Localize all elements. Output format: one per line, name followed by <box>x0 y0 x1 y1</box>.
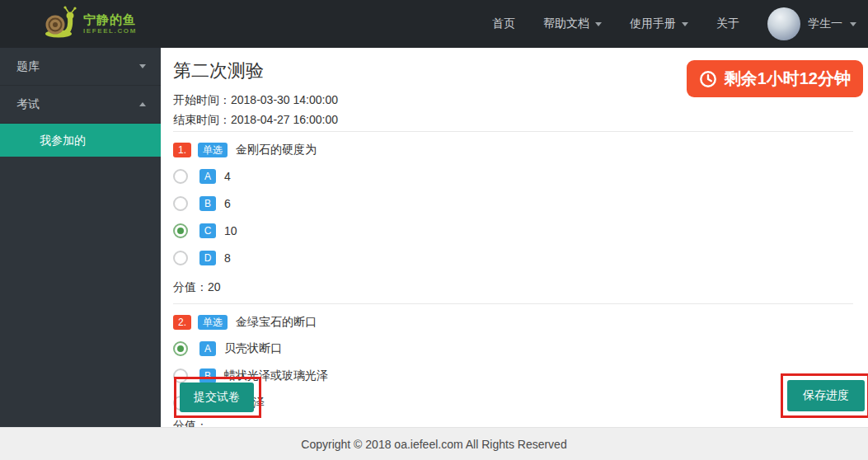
option-letter-badge: D <box>199 251 216 265</box>
radio-q1-option-b[interactable] <box>173 196 188 211</box>
question-text: 金刚石的硬度为 <box>236 143 317 157</box>
option-row[interactable]: B 蜡状光泽或玻璃光泽 <box>173 368 853 384</box>
option-row[interactable]: A 贝壳状断口 <box>173 340 853 357</box>
footer: Copyright © 2018 oa.iefeel.com All Right… <box>0 427 868 460</box>
question-number-badge: 2. <box>173 315 191 330</box>
question-text: 金绿宝石的断口 <box>236 315 317 330</box>
navbar-menu: 首页 帮助文档 使用手册 关于 学生一 <box>492 7 856 40</box>
nav-item-about[interactable]: 关于 <box>716 16 739 31</box>
option-row[interactable]: 泽 <box>173 395 853 411</box>
question-header: 2. 单选 金绿宝石的断口 <box>173 315 853 330</box>
question-score: 分值：20 <box>173 280 853 295</box>
chevron-down-icon <box>682 22 688 26</box>
sidebar-item-exam[interactable]: 考试 <box>0 86 161 124</box>
user-menu[interactable]: 学生一 <box>767 7 856 40</box>
option-label: 6 <box>224 197 231 210</box>
chevron-down-icon <box>139 64 146 68</box>
question-block-2: 2. 单选 金绿宝石的断口 A 贝壳状断口 B 蜡状光泽或玻璃光泽 泽 分值： <box>173 315 853 427</box>
option-row[interactable]: B 6 <box>173 195 853 212</box>
snail-logo-icon <box>43 5 77 43</box>
copyright-text: Copyright © 2018 oa.iefeel.com All Right… <box>301 438 566 451</box>
question-number-badge: 1. <box>173 143 191 157</box>
chevron-down-icon <box>595 22 602 26</box>
annotation-box-save: 保存进度 <box>781 373 868 418</box>
exam-content: 第二次测验 开始时间：2018-03-30 14:00:00 结束时间：2018… <box>161 48 868 427</box>
sidebar: 题库 考试 我参加的 <box>0 48 161 427</box>
option-letter-badge: B <box>199 196 216 211</box>
sidebar-item-question-bank[interactable]: 题库 <box>0 48 161 86</box>
brand-logo[interactable]: 宁静的鱼 IEFEEL.COM <box>43 5 137 43</box>
divider <box>173 131 853 132</box>
option-letter-badge: A <box>199 341 216 356</box>
chevron-down-icon <box>850 22 856 26</box>
option-letter-badge: C <box>199 223 216 238</box>
nav-item-home[interactable]: 首页 <box>492 16 515 31</box>
exam-end-time: 结束时间：2018-04-27 16:00:00 <box>173 110 853 129</box>
question-header: 1. 单选 金刚石的硬度为 <box>173 143 853 157</box>
submit-exam-button[interactable]: 提交试卷 <box>180 383 254 412</box>
question-block-1: 1. 单选 金刚石的硬度为 A 4 B 6 C 10 D <box>173 143 853 295</box>
brand-title: 宁静的鱼 <box>83 13 137 26</box>
radio-q1-option-c-selected[interactable] <box>173 223 188 238</box>
radio-q1-option-a[interactable] <box>173 169 188 184</box>
chevron-up-icon <box>139 102 146 106</box>
save-progress-button[interactable]: 保存进度 <box>787 380 865 411</box>
question-score-clipped: 分值： <box>173 419 853 427</box>
option-row[interactable]: C 10 <box>173 223 853 239</box>
avatar[interactable] <box>767 7 800 40</box>
top-navbar: 宁静的鱼 IEFEEL.COM 首页 帮助文档 使用手册 关于 学生一 <box>0 0 868 48</box>
divider <box>173 303 853 304</box>
main-area: 题库 考试 我参加的 第二次测验 开始时间：2018-03-30 14:00:0… <box>0 48 868 427</box>
user-name: 学生一 <box>808 16 842 31</box>
option-row[interactable]: A 4 <box>173 168 853 185</box>
question-type-badge: 单选 <box>198 143 228 157</box>
radio-q2-option-a-selected[interactable] <box>173 341 188 356</box>
option-row[interactable]: D 8 <box>173 250 853 266</box>
brand-subtitle: IEFEEL.COM <box>83 28 137 35</box>
radio-q1-option-d[interactable] <box>173 251 188 265</box>
time-remaining-badge: 剩余1小时12分钟 <box>687 60 863 97</box>
option-label: 贝壳状断口 <box>224 341 282 356</box>
nav-item-help-docs[interactable]: 帮助文档 <box>543 16 602 31</box>
option-label: 8 <box>224 251 231 265</box>
annotation-box-submit: 提交试卷 <box>174 377 261 418</box>
nav-item-manual[interactable]: 使用手册 <box>630 16 688 31</box>
option-label: 10 <box>224 224 237 237</box>
clock-icon <box>699 70 717 88</box>
time-remaining-text: 剩余1小时12分钟 <box>725 68 851 90</box>
sidebar-subitem-my-exams[interactable]: 我参加的 <box>0 124 161 157</box>
option-label: 4 <box>224 170 231 183</box>
option-letter-badge: A <box>199 169 216 184</box>
question-type-badge: 单选 <box>198 315 228 330</box>
